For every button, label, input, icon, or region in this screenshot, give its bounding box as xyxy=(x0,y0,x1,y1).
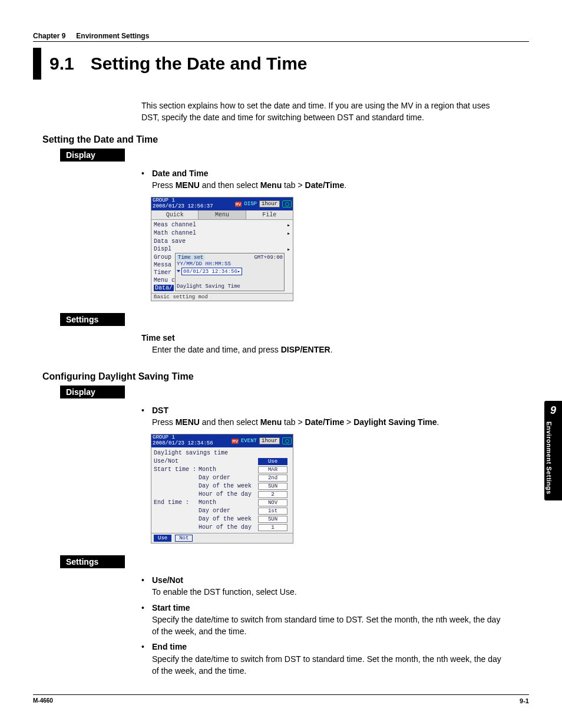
menu-item[interactable]: Math channel xyxy=(154,230,287,236)
intro-paragraph: This section explains how to set the dat… xyxy=(141,100,501,124)
section-heading-date-time: Setting the Date and Time xyxy=(42,134,529,145)
side-tab-number: 9 xyxy=(546,404,561,417)
ss1-bottom-left[interactable]: Basic setting mod xyxy=(154,294,208,300)
ss1-badge: DISP xyxy=(244,201,257,207)
side-chapter-tab: 9 Environment Settings xyxy=(544,401,562,500)
display-tag: Display xyxy=(60,149,125,162)
hour-button[interactable]: 1hour xyxy=(259,437,280,444)
start-dayorder-value[interactable]: 2nd xyxy=(258,475,287,482)
text: > xyxy=(344,417,353,427)
menu-key: MENU xyxy=(176,180,200,190)
end-hour-value[interactable]: 1 xyxy=(258,524,287,531)
date-time-item: Date/Time xyxy=(305,417,345,427)
status-chip-icon: MV xyxy=(235,202,242,207)
foot-use-button[interactable]: Use xyxy=(154,535,171,542)
side-tab-text: Environment Settings xyxy=(546,421,553,495)
text: and then select xyxy=(200,417,260,427)
screenshot-date-time-menu: GROUP 1 2008/01/23 12:56:37 MV DISP 1hou… xyxy=(151,197,293,301)
field-month: Month xyxy=(199,466,255,473)
title-bar-icon xyxy=(33,48,41,80)
text: . xyxy=(330,345,333,354)
time-value: 08/01/23 12:34:56 xyxy=(183,269,237,275)
tab-file[interactable]: File xyxy=(246,210,293,219)
start-month-value[interactable]: MAR xyxy=(258,466,287,473)
field-hour: Hour of the day xyxy=(199,491,255,498)
start-time-label: Start time : xyxy=(154,466,199,473)
title-text: Setting the Date and Time xyxy=(91,54,308,74)
status-chip-icon: MV xyxy=(232,439,239,444)
text: Press xyxy=(152,180,176,190)
bullet-end-time: End time xyxy=(152,642,187,651)
bullet-use-not: Use/Not xyxy=(152,575,183,585)
popup-format: YY/MM/DD HH:MM:SS xyxy=(177,261,283,268)
menu-item[interactable]: Data save xyxy=(154,238,290,245)
chapter-label: Chapter 9 xyxy=(33,32,65,40)
text: . xyxy=(344,180,346,190)
page-title: 9.1 Setting the Date and Time xyxy=(33,48,529,80)
bullet-title: DST xyxy=(152,406,168,415)
bullet-start-time-body: Specify the date/time to switch from sta… xyxy=(152,614,507,638)
field-day-order: Day order xyxy=(199,475,255,481)
use-not-value[interactable]: Use xyxy=(258,458,287,465)
menu-tab: Menu xyxy=(260,417,282,427)
key-icon xyxy=(282,200,292,207)
time-input[interactable]: 08/01/23 12:34:56▸ xyxy=(181,268,242,275)
ss1-timestamp: 2008/01/23 12:56:37 xyxy=(153,204,233,210)
dst-bullet: •DST Press MENU and then select Menu tab… xyxy=(141,404,507,429)
end-month-value[interactable]: NOV xyxy=(258,499,287,506)
settings-tag: Settings xyxy=(60,555,125,568)
title-number: 9.1 xyxy=(49,54,74,74)
ss2-heading: Daylight savings time xyxy=(154,450,290,457)
text: tab > xyxy=(282,417,305,427)
text: and then select xyxy=(200,180,260,190)
end-time-label: End time : xyxy=(154,499,199,506)
page-footer: M-4660 9-1 xyxy=(33,694,529,704)
tab-quick[interactable]: Quick xyxy=(151,210,199,219)
dropdown-icon[interactable] xyxy=(177,270,180,272)
end-dow-value[interactable]: SUN xyxy=(258,516,287,523)
chapter-header: Chapter 9Environment Settings xyxy=(33,32,529,42)
menu-key: MENU xyxy=(176,417,200,427)
footer-page-number: 9-1 xyxy=(520,697,529,704)
menu-item[interactable]: Displ xyxy=(154,246,287,252)
settings-tag: Settings xyxy=(60,313,125,326)
field-hour: Hour of the day xyxy=(199,524,255,531)
chapter-title: Environment Settings xyxy=(76,32,149,40)
menu-item[interactable]: Meas channel xyxy=(154,222,287,228)
hour-button[interactable]: 1hour xyxy=(259,200,280,207)
popup-title: Time set xyxy=(177,255,204,261)
screenshot-dst-settings: GROUP 1 2008/01/23 12:34:56 MV EVENT 1ho… xyxy=(151,434,293,543)
section-heading-dst: Configuring Daylight Saving Time xyxy=(42,371,529,382)
date-time-bullet: •Date and Time Press MENU and then selec… xyxy=(141,167,507,192)
popup-timezone: GMT+09:00 xyxy=(254,255,283,261)
key-icon xyxy=(282,437,292,444)
time-set-setting: Time set Enter the date and time, and pr… xyxy=(141,332,507,356)
ss2-badge: EVENT xyxy=(241,438,257,444)
dst-item: Daylight Saving Time xyxy=(353,417,437,427)
setting-heading: Time set xyxy=(141,333,175,342)
bullet-title: Date and Time xyxy=(152,169,208,178)
ss2-timestamp: 2008/01/23 12:34:56 xyxy=(153,441,229,447)
field-dow: Day of the week xyxy=(199,516,255,522)
end-dayorder-value[interactable]: 1st xyxy=(258,508,287,515)
foot-not-button[interactable]: Not xyxy=(175,535,193,542)
field-day-order: Day order xyxy=(199,508,255,514)
time-set-popup: Time set GMT+09:00 YY/MM/DD HH:MM:SS 08/… xyxy=(175,253,285,291)
use-not-label: Use/Not xyxy=(154,458,199,465)
dst-settings-bullets: •Use/Not To enable the DST function, sel… xyxy=(141,574,507,677)
text: tab > xyxy=(282,180,305,190)
start-hour-value[interactable]: 2 xyxy=(258,491,287,498)
popup-dst-label[interactable]: Daylight Saving Time xyxy=(177,275,283,289)
disp-enter-key: DISP/ENTER xyxy=(281,345,330,354)
text: Enter the date and time, and press xyxy=(152,345,281,354)
field-month: Month xyxy=(199,499,255,506)
menu-tab: Menu xyxy=(260,180,282,190)
bullet-use-not-body: To enable the DST function, select Use. xyxy=(152,586,507,598)
text: . xyxy=(437,417,439,427)
menu-item-selected[interactable]: Data/ xyxy=(154,285,174,291)
field-dow: Day of the week xyxy=(199,483,255,489)
display-tag: Display xyxy=(60,386,125,398)
ss1-bottom-right xyxy=(208,294,290,300)
start-dow-value[interactable]: SUN xyxy=(258,483,287,490)
tab-menu[interactable]: Menu xyxy=(199,210,246,219)
